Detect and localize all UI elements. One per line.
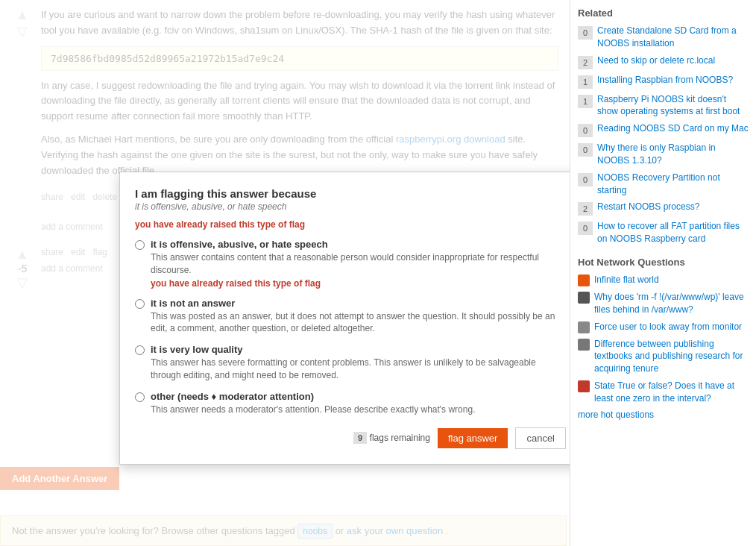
flags-label: flags remaining bbox=[370, 433, 430, 443]
count-8: 0 bbox=[578, 222, 593, 235]
cancel-button[interactable]: cancel bbox=[515, 427, 566, 449]
already-flagged-offensive: you have already raised this type of fla… bbox=[151, 278, 566, 289]
more-hot-questions-link[interactable]: more hot questions bbox=[578, 410, 654, 420]
hot-item-1: Why does 'rm -f !(/var/www/wp)' leave fi… bbox=[578, 291, 749, 316]
related-item-2: 1 Installing Raspbian from NOOBS? bbox=[578, 74, 749, 89]
hot-link-2[interactable]: Force user to look away from monitor bbox=[594, 321, 742, 333]
hot-network-section: Hot Network Questions Infinite flat worl… bbox=[578, 257, 749, 420]
related-item-5: 0 Why there is only Raspbian in NOOBS 1.… bbox=[578, 142, 749, 167]
radio-not-answer[interactable] bbox=[135, 299, 145, 309]
hot-link-4[interactable]: State True or false? Does it have at lea… bbox=[594, 380, 749, 405]
sidebar: Related 0 Create Standalone SD Card from… bbox=[570, 0, 756, 546]
hot-icon-0 bbox=[578, 274, 590, 286]
related-link-3[interactable]: Raspberry Pi NOOBS kit doesn't show oper… bbox=[597, 93, 749, 119]
hot-icon-4 bbox=[578, 380, 590, 392]
related-link-6[interactable]: NOOBS Recovery Partition not starting bbox=[597, 172, 749, 197]
related-section: Related 0 Create Standalone SD Card from… bbox=[578, 7, 749, 245]
hot-link-3[interactable]: Difference between publishing textbooks … bbox=[594, 338, 749, 375]
modal-already-flagged-top: you have already raised this type of fla… bbox=[135, 219, 566, 230]
count-4: 0 bbox=[578, 124, 593, 137]
flag-option-not-answer: it is not an answer This was posted as a… bbox=[135, 298, 566, 336]
flags-remaining: 9 flags remaining bbox=[353, 432, 430, 444]
flag-desc-other: This answer needs a moderator's attentio… bbox=[151, 404, 475, 416]
flag-desc-offensive: This answer contains content that a reas… bbox=[151, 251, 566, 277]
related-item-6: 0 NOOBS Recovery Partition not starting bbox=[578, 172, 749, 197]
flag-modal: I am flagging this answer because it is … bbox=[119, 172, 570, 465]
hot-item-2: Force user to look away from monitor bbox=[578, 321, 749, 333]
hot-link-0[interactable]: Infinite flat world bbox=[594, 274, 659, 286]
hot-item-4: State True or false? Does it have at lea… bbox=[578, 380, 749, 405]
count-6: 0 bbox=[578, 173, 593, 186]
related-link-1[interactable]: Need to skip or delete rc.local bbox=[597, 54, 715, 67]
hot-icon-3 bbox=[578, 339, 590, 351]
flag-desc-low-quality: This answer has severe formatting or con… bbox=[151, 357, 566, 382]
radio-low-quality[interactable] bbox=[135, 345, 145, 355]
count-1: 2 bbox=[578, 56, 593, 69]
modal-title: I am flagging this answer because bbox=[135, 187, 566, 200]
count-5: 0 bbox=[578, 143, 593, 157]
flags-count: 9 bbox=[353, 432, 367, 444]
related-link-0[interactable]: Create Standalone SD Card from a NOOBS i… bbox=[597, 25, 749, 50]
radio-other[interactable] bbox=[135, 392, 145, 402]
hot-icon-2 bbox=[578, 321, 590, 333]
related-title: Related bbox=[578, 7, 749, 19]
related-link-4[interactable]: Reading NOOBS SD Card on my Mac bbox=[597, 122, 749, 135]
related-item-0: 0 Create Standalone SD Card from a NOOBS… bbox=[578, 25, 749, 50]
flag-label-offensive: it is offensive, abusive, or hate speech bbox=[151, 239, 566, 250]
related-item-1: 2 Need to skip or delete rc.local bbox=[578, 54, 749, 69]
related-item-8: 0 How to recover all FAT partition files… bbox=[578, 220, 749, 245]
count-3: 1 bbox=[578, 95, 593, 108]
related-link-8[interactable]: How to recover all FAT partition files o… bbox=[597, 220, 749, 245]
count-0: 0 bbox=[578, 26, 593, 40]
hot-icon-1 bbox=[578, 292, 590, 304]
related-item-4: 0 Reading NOOBS SD Card on my Mac bbox=[578, 122, 749, 137]
related-item-3: 1 Raspberry Pi NOOBS kit doesn't show op… bbox=[578, 93, 749, 119]
related-item-7: 2 Restart NOOBS process? bbox=[578, 201, 749, 216]
related-link-2[interactable]: Installing Raspbian from NOOBS? bbox=[597, 74, 733, 87]
flag-desc-not-answer: This was posted as an answer, but it doe… bbox=[151, 310, 566, 336]
hot-item-3: Difference between publishing textbooks … bbox=[578, 338, 749, 375]
flag-answer-button[interactable]: flag answer bbox=[438, 428, 508, 448]
flag-option-low-quality: it is very low quality This answer has s… bbox=[135, 344, 566, 382]
count-7: 2 bbox=[578, 202, 593, 216]
flag-option-other: other (needs ♦ moderator attention) This… bbox=[135, 391, 566, 416]
hot-link-1[interactable]: Why does 'rm -f !(/var/www/wp)' leave fi… bbox=[594, 291, 749, 316]
flag-label-low-quality: it is very low quality bbox=[151, 344, 566, 355]
modal-footer: 9 flags remaining flag answer cancel bbox=[135, 427, 566, 449]
hot-network-title: Hot Network Questions bbox=[578, 257, 749, 268]
modal-subtitle: it is offensive, abusive, or hate speech bbox=[135, 201, 566, 212]
related-link-7[interactable]: Restart NOOBS process? bbox=[597, 201, 699, 213]
count-2: 1 bbox=[578, 75, 593, 89]
flag-label-other: other (needs ♦ moderator attention) bbox=[151, 391, 475, 402]
radio-offensive[interactable] bbox=[135, 240, 145, 250]
flag-label-not-answer: it is not an answer bbox=[151, 298, 566, 309]
hot-item-0: Infinite flat world bbox=[578, 274, 749, 286]
related-link-5[interactable]: Why there is only Raspbian in NOOBS 1.3.… bbox=[597, 142, 749, 167]
flag-option-offensive: it is offensive, abusive, or hate speech… bbox=[135, 239, 566, 289]
